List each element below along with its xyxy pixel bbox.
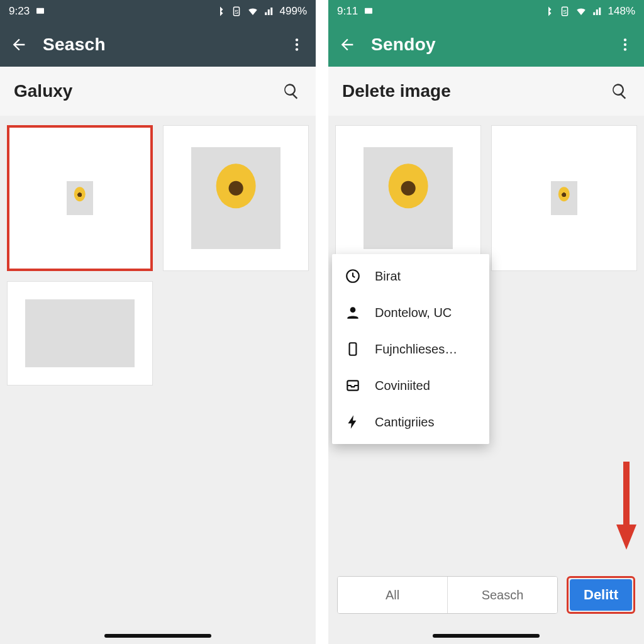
- section-header: Galuxy: [0, 67, 316, 116]
- status-battery: 499%: [280, 5, 307, 18]
- status-time: 9:23: [9, 5, 30, 18]
- bluetooth-icon: [543, 6, 554, 17]
- svg-point-4: [296, 43, 298, 46]
- phone-right: 9:11 S 148% Sendoy Delete i: [328, 0, 644, 644]
- phone-left: 9:23 S 499% Seasch Galuxy: [0, 0, 316, 644]
- gallery-content: Birat Dontelow, UC Fujnchlieses… Covinii…: [328, 116, 644, 644]
- status-time: 9:11: [337, 5, 358, 18]
- menu-item-fujnchlieses[interactable]: Fujnchlieses…: [332, 331, 489, 367]
- menu-item-dontelow[interactable]: Dontelow, UC: [332, 294, 489, 331]
- status-bar: 9:23 S 499%: [0, 0, 316, 23]
- gesture-handle: [104, 634, 211, 638]
- delete-button[interactable]: Delitt: [570, 579, 632, 611]
- svg-point-13: [350, 307, 356, 313]
- thumb-image: [191, 147, 281, 249]
- back-button[interactable]: [335, 32, 360, 57]
- gallery-thumb[interactable]: [492, 126, 636, 270]
- bottom-action-bar: All Seasch Delitt: [328, 576, 644, 614]
- bluetooth-icon: [214, 6, 226, 17]
- delete-button-highlight: Delitt: [567, 576, 635, 614]
- battery-saver-icon: S: [231, 6, 242, 17]
- gallery-thumb[interactable]: [8, 126, 152, 270]
- section-title: Delete image: [342, 81, 451, 101]
- svg-point-11: [624, 48, 626, 50]
- section-header: Delete image: [328, 67, 644, 116]
- person-icon: [345, 304, 361, 321]
- device-icon: [345, 341, 361, 357]
- svg-text:S: S: [563, 9, 567, 15]
- gallery-content: [0, 116, 316, 644]
- menu-item-coviniited[interactable]: Coviniited: [332, 367, 489, 404]
- inbox-icon: [345, 377, 361, 394]
- gallery-thumb[interactable]: [164, 126, 308, 270]
- svg-rect-0: [36, 8, 44, 14]
- thumb-image: [25, 299, 135, 367]
- svg-point-5: [296, 48, 298, 50]
- gesture-handle: [433, 634, 540, 638]
- status-battery: 148%: [608, 5, 635, 18]
- notification-icon: [363, 6, 374, 17]
- all-button[interactable]: All: [338, 577, 447, 613]
- app-bar-title: Seasch: [43, 35, 284, 55]
- menu-item-label: Fujnchlieses…: [375, 342, 457, 357]
- search-button[interactable]: [280, 80, 302, 102]
- svg-rect-14: [350, 343, 357, 355]
- thumb-image: [551, 181, 577, 215]
- notification-icon: [35, 6, 46, 17]
- gallery-thumb[interactable]: [336, 126, 480, 270]
- back-button[interactable]: [6, 32, 31, 57]
- search-button[interactable]: Seasch: [447, 577, 557, 613]
- thumb-image: [67, 181, 93, 215]
- svg-point-9: [624, 38, 626, 41]
- menu-item-label: Cantigriies: [375, 415, 434, 430]
- menu-item-birat[interactable]: Birat: [332, 258, 489, 294]
- app-bar-title: Sendoy: [371, 35, 613, 55]
- menu-item-label: Coviniited: [375, 379, 430, 393]
- wifi-icon: [575, 6, 587, 17]
- wifi-icon: [247, 6, 258, 17]
- battery-saver-icon: S: [559, 6, 570, 17]
- callout-arrow-icon: [614, 462, 639, 562]
- menu-item-cantigriies[interactable]: Cantigriies: [332, 404, 489, 440]
- app-bar: Seasch: [0, 23, 316, 67]
- svg-point-10: [624, 43, 626, 46]
- clock-icon: [345, 268, 361, 284]
- status-bar: 9:11 S 148%: [328, 0, 644, 23]
- svg-text:S: S: [235, 9, 238, 15]
- context-menu: Birat Dontelow, UC Fujnchlieses… Covinii…: [332, 254, 489, 444]
- overflow-menu-button[interactable]: [284, 32, 309, 57]
- menu-item-label: Dontelow, UC: [375, 306, 452, 320]
- section-title: Galuxy: [14, 81, 72, 101]
- search-button[interactable]: [609, 80, 630, 102]
- gallery-thumb[interactable]: [8, 282, 152, 385]
- svg-point-3: [296, 38, 298, 41]
- svg-rect-6: [365, 8, 372, 14]
- segmented-control: All Seasch: [337, 576, 558, 614]
- signal-icon: [592, 6, 603, 17]
- signal-icon: [264, 6, 275, 17]
- menu-item-label: Birat: [375, 269, 401, 284]
- app-bar: Sendoy: [328, 23, 644, 67]
- bolt-icon: [345, 414, 361, 430]
- thumb-image: [364, 147, 453, 249]
- overflow-menu-button[interactable]: [613, 32, 638, 57]
